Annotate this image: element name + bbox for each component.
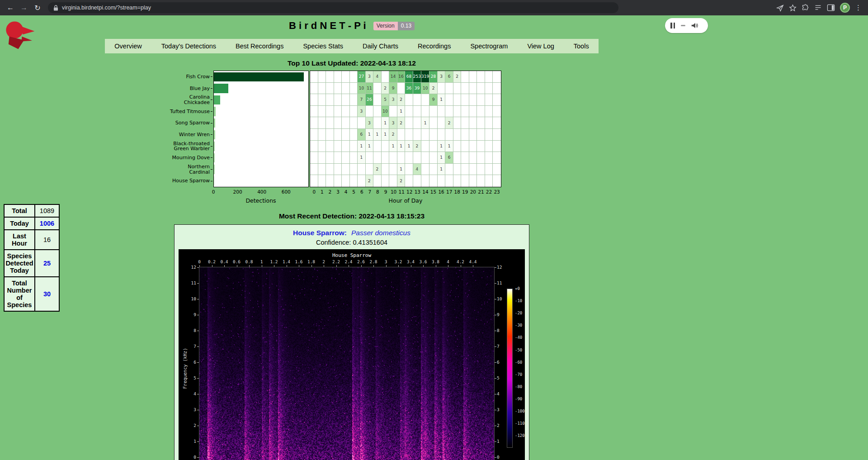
heatmap-cell bbox=[453, 152, 462, 164]
bar-xtick: 0 bbox=[212, 189, 215, 194]
bar-house-sparrow bbox=[214, 176, 214, 185]
stats-link-value[interactable]: 1006 bbox=[35, 217, 59, 230]
heatmap-cell bbox=[342, 94, 350, 106]
heatmap-cell bbox=[310, 83, 318, 95]
back-icon[interactable]: ← bbox=[5, 2, 16, 14]
detection-common-name[interactable]: House Sparrow: bbox=[293, 229, 347, 237]
heatmap-cell bbox=[485, 129, 493, 141]
heatmap-cell bbox=[350, 152, 358, 164]
heatmap-cell bbox=[477, 106, 485, 118]
heatmap-cell bbox=[453, 141, 462, 152]
stats-row-last-hour: Last Hour16 bbox=[4, 230, 59, 250]
site-title: B i r d N E T - P i bbox=[289, 20, 366, 31]
birdnet-page: B i r d N E T - P iVersion0.13 OverviewT… bbox=[0, 15, 868, 460]
side-panel-icon[interactable] bbox=[827, 4, 835, 11]
heatmap-cell bbox=[318, 94, 326, 106]
bar-mourning-dove bbox=[214, 153, 215, 162]
colorbar-tick: -50 bbox=[515, 348, 522, 352]
stats-label: Today bbox=[4, 217, 35, 230]
nav-item-view-log[interactable]: View Log bbox=[518, 39, 564, 53]
extensions-icon[interactable] bbox=[802, 4, 809, 12]
stats-row-total: Total1089 bbox=[4, 204, 59, 217]
heatmap-cell bbox=[334, 164, 342, 175]
colorbar-tick: -20 bbox=[515, 311, 522, 315]
nav-item-overview[interactable]: Overview bbox=[105, 39, 151, 53]
spectrogram-image: House Sparrow 00.20.40.60.811.21.41.61.8… bbox=[179, 249, 525, 460]
spec-freq-tickmark bbox=[197, 457, 199, 458]
reading-list-icon[interactable] bbox=[814, 4, 822, 12]
heatmap-cell bbox=[493, 129, 501, 141]
spec-freq-tickmark bbox=[197, 441, 199, 442]
heatmap-cell bbox=[477, 164, 485, 175]
nav-item-species-stats[interactable]: Species Stats bbox=[293, 39, 353, 53]
heatmap-cell bbox=[342, 117, 350, 129]
heatmap-cell bbox=[334, 94, 342, 106]
heatmap-cell: 1 bbox=[358, 152, 366, 164]
heatmap-cell bbox=[373, 141, 382, 152]
heatmap-cell bbox=[373, 94, 382, 106]
bookmark-star-icon[interactable] bbox=[789, 4, 797, 12]
profile-avatar[interactable]: P bbox=[840, 3, 850, 13]
stats-row-total-number-of-species: Total Number of Species30 bbox=[4, 277, 59, 311]
nav-item-best-recordings[interactable]: Best Recordings bbox=[226, 39, 293, 53]
heatmap-cell bbox=[310, 94, 318, 106]
hour-xtick: 15 bbox=[430, 189, 436, 194]
heatmap-cell bbox=[310, 164, 318, 175]
heatmap-cell bbox=[493, 71, 501, 83]
heatmap-cell bbox=[469, 106, 477, 118]
spec-freq-tick-right: 0 bbox=[497, 455, 509, 460]
heatmap-cell bbox=[469, 94, 477, 106]
heatmap-cell: 2 bbox=[382, 83, 390, 95]
nav-item-spectrogram[interactable]: Spectrogram bbox=[461, 39, 518, 53]
spec-time-tick: 1.8 bbox=[307, 259, 315, 264]
heatmap-cell bbox=[461, 83, 469, 95]
send-icon[interactable] bbox=[776, 4, 784, 12]
detection-card: House Sparrow:Passer domesticus Confiden… bbox=[174, 224, 529, 460]
heatmap-cell bbox=[342, 164, 350, 175]
heatmap-cell bbox=[485, 117, 493, 129]
spectrogram-title: House Sparrow bbox=[179, 252, 525, 258]
detection-confidence: Confidence: 0.41351604 bbox=[175, 239, 529, 246]
spec-time-tickmark bbox=[361, 265, 362, 267]
url-bar[interactable]: virginia.birdnetpi.com/?stream=play bbox=[48, 2, 618, 13]
heatmap-cell: 3 bbox=[389, 117, 397, 129]
heatmap-cell bbox=[350, 117, 358, 129]
heatmap-cell bbox=[421, 94, 429, 106]
nav-item-tools[interactable]: Tools bbox=[564, 39, 599, 53]
spec-time-tickmark bbox=[274, 265, 274, 267]
stats-link-value[interactable]: 25 bbox=[35, 250, 59, 277]
heatmap-cell: 3 bbox=[438, 71, 446, 83]
version-value: 0.13 bbox=[398, 22, 415, 30]
heatmap-cell: 1 bbox=[389, 141, 397, 152]
detection-scientific-name[interactable]: Passer domesticus bbox=[351, 229, 410, 237]
heatmap-cell: 2 bbox=[389, 129, 397, 141]
heatmap-cell bbox=[413, 175, 421, 187]
heatmap-cell: 1 bbox=[405, 141, 413, 152]
stats-link-value[interactable]: 30 bbox=[35, 277, 59, 311]
nav-item-recordings[interactable]: Recordings bbox=[408, 39, 461, 53]
heatmap-cell: 1 bbox=[438, 164, 446, 175]
detection-title: House Sparrow:Passer domesticus bbox=[175, 229, 529, 237]
reload-icon[interactable]: ↻ bbox=[32, 2, 43, 14]
heatmap-cell bbox=[477, 83, 485, 95]
heatmap-cell bbox=[429, 152, 438, 164]
heatmap-cell bbox=[366, 106, 374, 118]
nav-item-today-s-detections[interactable]: Today's Detections bbox=[151, 39, 226, 53]
heatmap-cell bbox=[326, 152, 334, 164]
spec-freq-tickmark bbox=[495, 378, 496, 379]
spec-time-tickmark bbox=[411, 265, 411, 267]
heatmap-cell bbox=[373, 106, 382, 118]
colorbar-tick: +0 bbox=[515, 286, 520, 291]
heatmap-cell bbox=[461, 175, 469, 187]
forward-icon[interactable]: → bbox=[18, 2, 30, 14]
heatmap-cell bbox=[477, 117, 485, 129]
heatmap-cell bbox=[429, 164, 438, 175]
heatmap-cell: 6 bbox=[358, 129, 366, 141]
menu-kebab-icon[interactable]: ⋮ bbox=[855, 4, 862, 12]
heatmap-cell bbox=[453, 175, 462, 187]
spec-time-tick: 2.2 bbox=[332, 259, 340, 264]
nav-item-daily-charts[interactable]: Daily Charts bbox=[353, 39, 408, 53]
heatmap-cell bbox=[366, 152, 374, 164]
heatmap-cell bbox=[350, 83, 358, 95]
heatmap-cell bbox=[326, 71, 334, 83]
